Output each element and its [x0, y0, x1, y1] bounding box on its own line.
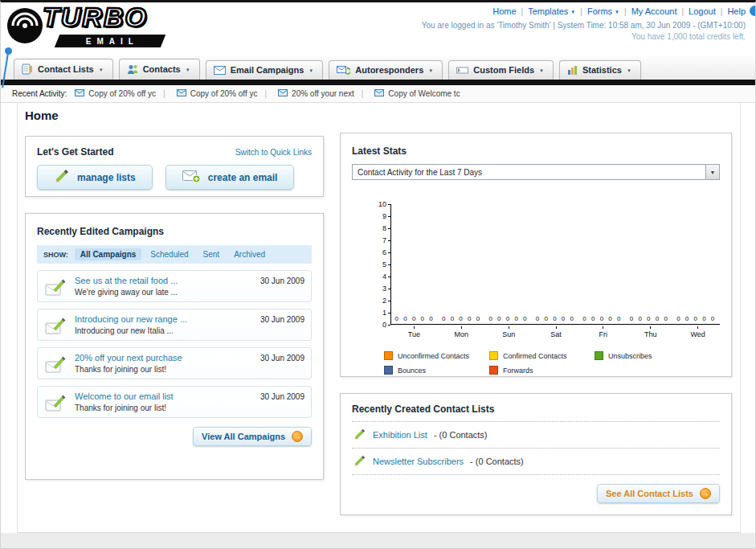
chevron-down-icon: [615, 6, 619, 16]
logo-subtitle: EMAIL: [81, 37, 139, 46]
activity-item[interactable]: 20% off your next: [257, 89, 353, 98]
legend-item: Forwards: [489, 366, 595, 375]
chart-y-label: 8: [382, 224, 390, 232]
see-all-contact-lists-button[interactable]: See All Contact Lists: [597, 484, 720, 503]
nav-link-logout[interactable]: Logout: [689, 6, 716, 16]
legend-label: Forwards: [503, 367, 533, 375]
tab-label: Email Campaigns: [231, 65, 304, 75]
recent-activity-bar: Recent Activity: Copy of 20% off yc Copy…: [1, 85, 755, 103]
campaign-subtitle: Introducing our new Italia ...: [75, 326, 255, 335]
nav-separator: |: [721, 7, 723, 16]
activity-item-label: Copy of 20% off yc: [88, 89, 156, 98]
chevron-down-icon: [309, 65, 313, 75]
nav-link-label: Logout: [689, 6, 716, 16]
contact-lists-title: Recently Created Contact Lists: [352, 404, 720, 422]
custom-fields-icon: [456, 65, 468, 75]
logo-title: TURBO: [43, 2, 148, 33]
stats-range-select[interactable]: Contact Activity for the Last 7 Days: [352, 164, 720, 180]
legend-label: Confirmed Contacts: [503, 352, 567, 360]
tab-autoresponders[interactable]: Autoresponders: [329, 60, 443, 80]
main-nav: Contact Lists Contacts Email Campaigns A…: [1, 54, 755, 80]
latest-stats-title: Latest Stats: [352, 145, 407, 157]
manage-lists-button[interactable]: manage lists: [37, 165, 153, 190]
legend-label: Bounces: [398, 367, 426, 375]
contact-list-link[interactable]: Newsletter Subscribers: [373, 457, 464, 466]
activity-item[interactable]: Copy of Welcome tc: [354, 89, 460, 98]
campaign-date: 30 Jun 2009: [260, 277, 304, 285]
contact-list-detail: - (0 Contacts): [470, 457, 524, 466]
chevron-down-icon: [627, 65, 631, 75]
chart-y-label: 5: [382, 260, 390, 268]
envelope-pencil-icon: [45, 354, 66, 377]
chart-y-label: 4: [382, 272, 390, 281]
get-started-title: Let's Get Started: [37, 146, 114, 158]
tab-label: Statistics: [582, 65, 622, 75]
chart-x-labels: TueMonSunSatFriThuWed: [390, 326, 721, 338]
list-item: Exhibition List - (0 Contacts): [352, 422, 720, 449]
nav-link-home[interactable]: Home: [492, 6, 516, 16]
legend-label: Unsubscribes: [608, 352, 652, 360]
list-item: Newsletter Subscribers - (0 Contacts): [352, 449, 720, 475]
nav-link-label: Templates: [528, 6, 568, 16]
filter-sent[interactable]: Sent: [198, 248, 226, 260]
campaign-title-link[interactable]: 20% off your next purchase: [75, 353, 255, 363]
contact-list-link[interactable]: Exhibition List: [373, 430, 427, 440]
nav-link-label: My Account: [631, 6, 677, 16]
see-all-contact-lists-label: See All Contact Lists: [606, 489, 693, 498]
filter-all-campaigns[interactable]: All Campaigns: [75, 248, 141, 260]
campaign-title-link[interactable]: See us at the retail food ...: [75, 276, 255, 285]
campaign-title-link[interactable]: Welcome to our email list: [75, 391, 255, 401]
create-email-button[interactable]: create an email: [166, 165, 295, 190]
tab-custom-fields[interactable]: Custom Fields: [448, 60, 554, 80]
legend-item: Confirmed Contacts: [489, 351, 595, 360]
activity-item[interactable]: Copy of 20% off yc: [75, 89, 156, 98]
tab-label: Contacts: [143, 64, 181, 74]
chart-value-group: 0 0 0 0 0: [391, 315, 438, 322]
chevron-down-icon: [428, 65, 433, 75]
switch-quick-links-link[interactable]: Switch to Quick Links: [235, 148, 312, 157]
campaign-subtitle: Thanks for joining our list!: [75, 404, 255, 412]
show-label: SHOW:: [43, 251, 68, 259]
chart-x-label: Wed: [674, 326, 721, 338]
view-all-campaigns-button[interactable]: View All Campaigns: [193, 427, 312, 446]
manage-lists-label: manage lists: [77, 172, 136, 183]
envelope-pencil-icon: [45, 316, 66, 338]
filter-archived[interactable]: Archived: [228, 248, 271, 260]
envelope-icon: [177, 89, 186, 98]
chart-value-group: 0 0 0 0 0: [532, 315, 578, 322]
tab-label: Custom Fields: [473, 65, 534, 75]
chart-x-label: Tue: [390, 326, 438, 338]
chart-value-group: 0 0 0 0 0: [579, 315, 626, 322]
chart-y-label: 6: [382, 248, 390, 256]
chart-value-group: 0 0 0 0 0: [673, 315, 720, 322]
tab-contact-lists[interactable]: Contact Lists: [14, 59, 113, 80]
chevron-down-icon: [570, 6, 575, 16]
chevron-down-icon: [539, 65, 544, 75]
tab-email-campaigns[interactable]: Email Campaigns: [206, 60, 324, 80]
footer-strip: [1, 533, 755, 549]
nav-separator: |: [521, 7, 524, 16]
nav-link-my-account[interactable]: My Account: [631, 6, 677, 16]
nav-link-label: Help: [727, 6, 746, 16]
autoresponders-icon: [337, 65, 350, 75]
login-status: You are logged in as 'Timothy Smith' | S…: [422, 21, 746, 30]
campaign-item: See us at the retail food ... We're givi…: [37, 270, 312, 302]
activity-item-label: 20% off your next: [292, 89, 354, 98]
chart-y-label: 3: [382, 285, 390, 293]
nav-link-forms[interactable]: Forms: [587, 6, 619, 16]
campaign-title-link[interactable]: Introducing our new range ...: [75, 314, 255, 324]
page: TURBO EMAIL Home | Templates | Forms | M…: [0, 0, 756, 549]
tab-contacts[interactable]: Contacts: [119, 59, 200, 80]
chart-value-group: 0 0 0 0 0: [438, 315, 484, 322]
campaign-item: Introducing our new range ... Introducin…: [37, 309, 312, 341]
campaign-date: 30 Jun 2009: [260, 354, 304, 363]
stats-legend: Unconfirmed ContactsConfirmed ContactsUn…: [384, 351, 721, 380]
filter-scheduled[interactable]: Scheduled: [145, 248, 194, 260]
chart-y-label: 0: [382, 321, 390, 329]
nav-link-help[interactable]: Help: [727, 6, 746, 16]
nav-link-templates[interactable]: Templates: [528, 6, 575, 16]
activity-item[interactable]: Copy of 20% off yc: [156, 89, 257, 98]
contact-lists-panel: Recently Created Contact Lists Exhibitio…: [340, 393, 732, 515]
tab-statistics[interactable]: Statistics: [559, 60, 641, 80]
envelope-icon: [75, 89, 84, 98]
